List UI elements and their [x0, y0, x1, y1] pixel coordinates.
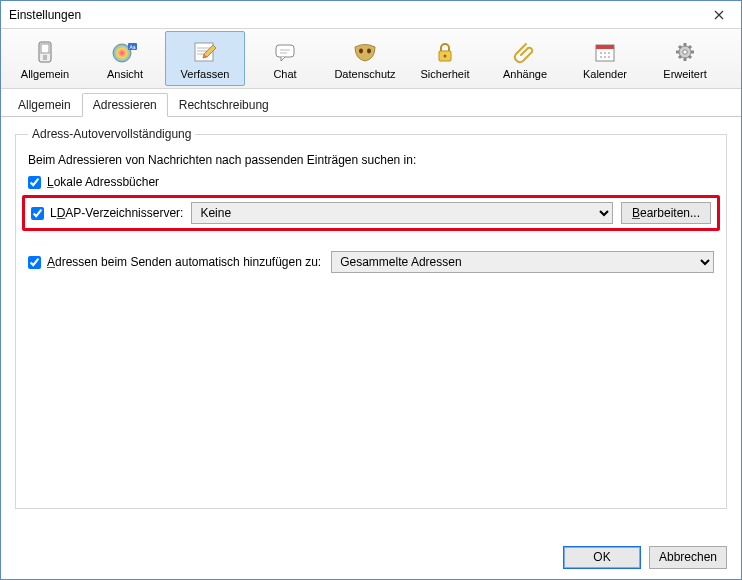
local-addressbooks-label[interactable]: Lokale Adressbücher — [47, 175, 159, 189]
auto-add-label[interactable]: Adressen beim Senden automatisch hinzufü… — [47, 255, 321, 269]
svg-rect-1 — [41, 44, 49, 53]
ldap-row-highlight: LDAP-Verzeichnisserver: Keine Bearbeiten… — [22, 195, 720, 231]
svg-point-8 — [359, 48, 363, 53]
toolbar-label: Ansicht — [107, 68, 143, 80]
toolbar-item-kalender[interactable]: Kalender — [565, 31, 645, 86]
group-description: Beim Adressieren von Nachrichten nach pa… — [28, 153, 714, 167]
toolbar-label: Chat — [273, 68, 296, 80]
content-panel: Adress-Autovervollständigung Beim Adress… — [1, 117, 741, 535]
toolbar-item-allgemein[interactable]: Allgemein — [5, 31, 85, 86]
svg-point-15 — [683, 49, 687, 53]
svg-point-11 — [444, 54, 447, 57]
toolbar-item-datenschutz[interactable]: Datenschutz — [325, 31, 405, 86]
toolbar-item-anhaenge[interactable]: Anhänge — [485, 31, 565, 86]
svg-rect-13 — [596, 45, 614, 49]
toolbar-item-chat[interactable]: Chat — [245, 31, 325, 86]
ldap-checkbox-wrap: LDAP-Verzeichnisserver: — [31, 206, 183, 220]
toolbar-item-sicherheit[interactable]: Sicherheit — [405, 31, 485, 86]
cancel-button[interactable]: Abbrechen — [649, 546, 727, 569]
sub-tabs: Allgemein Adressieren Rechtschreibung — [1, 89, 741, 117]
auto-add-checkbox[interactable] — [28, 256, 41, 269]
autocomplete-group: Adress-Autovervollständigung Beim Adress… — [15, 127, 727, 509]
toolbar-label: Allgemein — [21, 68, 69, 80]
close-icon — [714, 10, 724, 20]
ldap-edit-button[interactable]: Bearbeiten... — [621, 202, 711, 224]
tab-rechtschreibung[interactable]: Rechtschreibung — [168, 93, 280, 117]
toolbar-item-verfassen[interactable]: Verfassen — [165, 31, 245, 86]
toolbar-label: Sicherheit — [421, 68, 470, 80]
local-addressbooks-checkbox[interactable] — [28, 176, 41, 189]
calendar-icon — [591, 38, 619, 66]
window-title: Einstellungen — [9, 8, 81, 22]
palette-icon: Aa — [111, 38, 139, 66]
svg-rect-2 — [43, 55, 47, 60]
ldap-checkbox[interactable] — [31, 207, 44, 220]
toolbar-label: Erweitert — [663, 68, 706, 80]
ldap-label[interactable]: LDAP-Verzeichnisserver: — [50, 206, 183, 220]
chat-icon — [271, 38, 299, 66]
tab-adressieren[interactable]: Adressieren — [82, 93, 168, 117]
auto-add-row: Adressen beim Senden automatisch hinzufü… — [28, 251, 714, 273]
group-legend: Adress-Autovervollständigung — [28, 127, 195, 141]
svg-point-9 — [367, 48, 371, 53]
gear-icon — [671, 38, 699, 66]
toolbar-item-erweitert[interactable]: Erweitert — [645, 31, 725, 86]
lock-icon — [431, 38, 459, 66]
toolbar-label: Verfassen — [181, 68, 230, 80]
toolbar-label: Anhänge — [503, 68, 547, 80]
dialog-footer: OK Abbrechen — [1, 535, 741, 579]
tab-allgemein[interactable]: Allgemein — [7, 93, 82, 117]
ldap-server-select[interactable]: Keine — [191, 202, 613, 224]
local-addressbooks-row: Lokale Adressbücher — [28, 175, 714, 189]
main-toolbar: Allgemein Aa Ansicht Verfassen Chat Date… — [1, 29, 741, 89]
compose-icon — [191, 38, 219, 66]
auto-add-checkbox-wrap: Adressen beim Senden automatisch hinzufü… — [28, 255, 321, 269]
paperclip-icon — [511, 38, 539, 66]
mask-icon — [351, 38, 379, 66]
toolbar-label: Datenschutz — [334, 68, 395, 80]
auto-add-destination-select[interactable]: Gesammelte Adressen — [331, 251, 714, 273]
toolbar-item-ansicht[interactable]: Aa Ansicht — [85, 31, 165, 86]
svg-text:Aa: Aa — [129, 43, 135, 49]
ok-button[interactable]: OK — [563, 546, 641, 569]
title-bar: Einstellungen — [1, 1, 741, 29]
toolbar-label: Kalender — [583, 68, 627, 80]
svg-rect-7 — [276, 45, 294, 57]
toggle-icon — [31, 38, 59, 66]
window-close-button[interactable] — [697, 1, 741, 29]
